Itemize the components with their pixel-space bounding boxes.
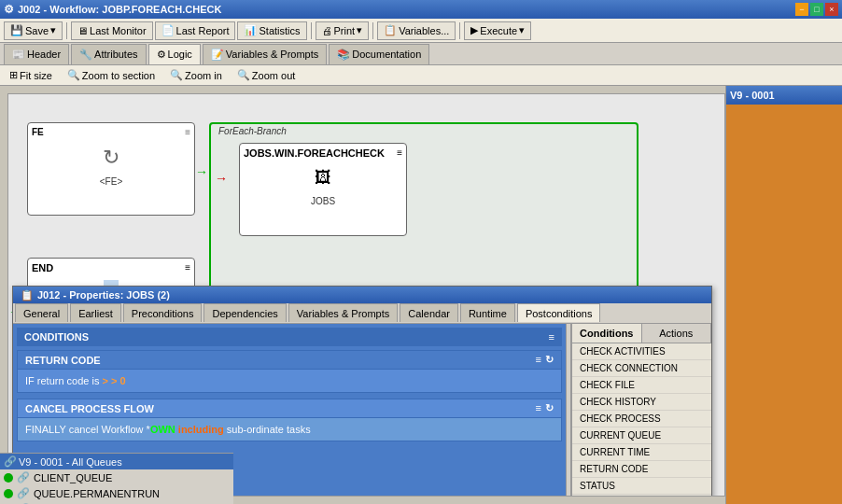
save-button[interactable]: 💾 Save ▾ [4, 21, 63, 40]
status-dot-client [4, 473, 13, 483]
jobs-node[interactable]: JOBS.WIN.FOREACHCHECK ≡ 🖼 JOBS [239, 143, 407, 236]
right-panel-item-check-activities[interactable]: CHECK ACTIVITIES [572, 343, 711, 360]
bottom-bar: 🔗 V9 - 0001 - All Queues 🔗 CLIENT_QUEUE … [0, 453, 233, 504]
tab-logic[interactable]: ⚙ Logic [148, 44, 201, 64]
queue-icon-client: 🔗 [17, 471, 30, 483]
conditions-menu-icon: ≡ [549, 331, 554, 343]
dialog-tab-variables-prompts[interactable]: Variables & Prompts [288, 303, 398, 322]
toolbar-separator-2 [311, 22, 312, 39]
right-panel-item-current-queue[interactable]: CURRENT QUEUE [572, 427, 711, 444]
toolbar-separator-4 [459, 22, 460, 39]
bottom-item-permanentrun[interactable]: 🔗 QUEUE.PERMANENTRUN [0, 485, 233, 501]
variables-button[interactable]: 📋 Variables... [377, 21, 456, 40]
dialog-tab-earliest[interactable]: Earliest [70, 303, 121, 322]
attributes-icon: 🔧 [79, 49, 92, 61]
arrow-fe-to-foreach: → [195, 164, 208, 179]
right-panel-items: CHECK ACTIVITIES CHECK CONNECTION CHECK … [572, 343, 711, 497]
return-code-refresh-icon[interactable]: ↻ [545, 354, 554, 366]
toolbar: 💾 Save ▾ 🖥 Last Monitor 📄 Last Report 📊 … [0, 19, 842, 43]
cancel-including-text: including [178, 424, 224, 435]
conditions-header: CONDITIONS ≡ [17, 328, 562, 346]
right-panel-item-return-code[interactable]: RETURN CODE [572, 461, 711, 478]
cancel-refresh-icon[interactable]: ↻ [545, 402, 554, 414]
zoom-bar: ⊞ Fit size 🔍 Zoom to section 🔍 Zoom in 🔍… [0, 65, 842, 86]
tab-header[interactable]: 📰 Header [4, 44, 69, 64]
execute-icon: ▶ [470, 24, 478, 36]
cancel-process-content: FINALLY cancel Workflow *OWN including s… [18, 418, 561, 441]
right-tab-actions[interactable]: Actions [642, 324, 712, 343]
return-code-controls: ≡ ↻ [536, 354, 554, 366]
fit-size-button[interactable]: ⊞ Fit size [4, 68, 58, 82]
right-panel-item-check-history[interactable]: CHECK HISTORY [572, 394, 711, 411]
main-tab-bar: 📰 Header 🔧 Attributes ⚙ Logic 📝 Variable… [0, 43, 842, 65]
dialog-tab-runtime[interactable]: Runtime [460, 303, 515, 322]
right-panel-item-check-file[interactable]: CHECK FILE [572, 377, 711, 394]
side-overview-content [726, 105, 842, 504]
right-panel-item-status[interactable]: STATUS [572, 478, 711, 495]
end-node-title: END ≡ [32, 262, 190, 273]
right-panel-item-check-connection[interactable]: CHECK CONNECTION [572, 360, 711, 377]
foreach-branch: ForEach-Branch → JOBS.WIN.FOREACHCHECK ≡… [209, 122, 639, 309]
print-dropdown-icon: ▾ [357, 24, 362, 36]
logic-icon: ⚙ [157, 49, 166, 61]
zoom-out-button[interactable]: 🔍 Zoom out [232, 68, 301, 82]
return-code-block: RETURN CODE ≡ ↻ IF return code is > > 0 [17, 350, 562, 393]
tab-documentation[interactable]: 📚 Documentation [329, 44, 429, 64]
right-panel-item-current-time[interactable]: CURRENT TIME [572, 444, 711, 461]
arrow-to-jobs: → [215, 171, 228, 186]
bottom-bar-header: 🔗 V9 - 0001 - All Queues [0, 454, 233, 469]
last-monitor-button[interactable]: 🖥 Last Monitor [71, 21, 153, 40]
dialog-tab-dependencies[interactable]: Dependencies [203, 303, 286, 322]
jobs-node-label: JOBS [244, 196, 402, 206]
bottom-bar-items: 🔗 CLIENT_QUEUE 🔗 QUEUE.PERMANENTRUN 🔗 QU… [0, 469, 233, 504]
dialog-tab-calendar[interactable]: Calendar [400, 303, 458, 322]
cancel-menu-icon[interactable]: ≡ [536, 402, 541, 414]
execute-button[interactable]: ▶ Execute ▾ [464, 21, 531, 40]
maximize-button[interactable]: □ [810, 3, 823, 16]
statistics-icon: 📊 [244, 24, 257, 36]
dialog-tab-postconditions[interactable]: Postconditions [517, 303, 601, 322]
main-title: J002 - Workflow: JOBP.FOREACH.CHECK [18, 4, 221, 15]
fe-doc-icon: ≡ [185, 127, 190, 137]
last-report-button[interactable]: 📄 Last Report [155, 21, 236, 40]
canvas-area: FE ↻ ≡ <FE> → ForEach-Branch → JOBS.WIN.… [7, 93, 725, 497]
print-icon: 🖨 [322, 25, 332, 36]
right-tab-conditions[interactable]: Conditions [572, 324, 642, 343]
cancel-process-block: CANCEL PROCESS FLOW ≡ ↻ FINALLY cancel W… [17, 399, 562, 441]
minimize-button[interactable]: − [795, 3, 808, 16]
dialog-tab-preconditions[interactable]: Preconditions [123, 303, 203, 322]
side-overview-panel: V9 - 0001 [725, 86, 842, 504]
tab-variables-prompts[interactable]: 📝 Variables & Prompts [203, 44, 327, 64]
statistics-button[interactable]: 📊 Statistics [237, 21, 306, 40]
variables-icon: 📋 [384, 24, 397, 36]
status-dot-permanentrun [4, 489, 13, 498]
return-code-content: IF return code is > > 0 [18, 370, 561, 392]
cancel-own-text: OWN [150, 424, 175, 435]
dialog-tab-general[interactable]: General [15, 303, 68, 322]
fe-node[interactable]: FE ↻ ≡ <FE> [27, 122, 195, 216]
bottom-item-client-queue[interactable]: 🔗 CLIENT_QUEUE [0, 469, 233, 485]
jobs-doc-icon: ≡ [397, 147, 402, 159]
report-icon: 📄 [161, 24, 175, 36]
right-panel-item-check-process[interactable]: CHECK PROCESS [572, 411, 711, 427]
documentation-icon: 📚 [337, 49, 350, 61]
foreach-branch-label: ForEach-Branch [218, 126, 287, 136]
close-button[interactable]: × [825, 3, 838, 16]
right-panel-item-time-since-activation[interactable]: TIME SINCE ACTIVATION [572, 495, 711, 497]
toolbar-separator-1 [66, 22, 67, 39]
title-bar: ⚙ J002 - Workflow: JOBP.FOREACH.CHECK − … [0, 0, 842, 19]
return-code-menu-icon[interactable]: ≡ [536, 354, 541, 366]
tab-attributes[interactable]: 🔧 Attributes [71, 44, 146, 64]
print-button[interactable]: 🖨 Print ▾ [316, 21, 370, 40]
fe-node-label: <FE> [32, 176, 190, 187]
jobs-node-title: JOBS.WIN.FOREACHCHECK ≡ [244, 147, 402, 159]
bottom-queue-icon: 🔗 [4, 455, 17, 468]
monitor-icon: 🖥 [77, 25, 88, 36]
zoom-in-button[interactable]: 🔍 Zoom in [164, 68, 228, 82]
right-panel: Conditions Actions CHECK ACTIVITIES CHEC… [571, 324, 711, 497]
fe-cycle-icon: ↻ [103, 146, 119, 170]
dialog-tabs: General Earliest Preconditions Dependenc… [13, 303, 711, 324]
return-code-operator: > [103, 375, 108, 386]
title-bar-left: ⚙ J002 - Workflow: JOBP.FOREACH.CHECK [4, 3, 221, 16]
zoom-to-section-button[interactable]: 🔍 Zoom to section [62, 68, 161, 82]
